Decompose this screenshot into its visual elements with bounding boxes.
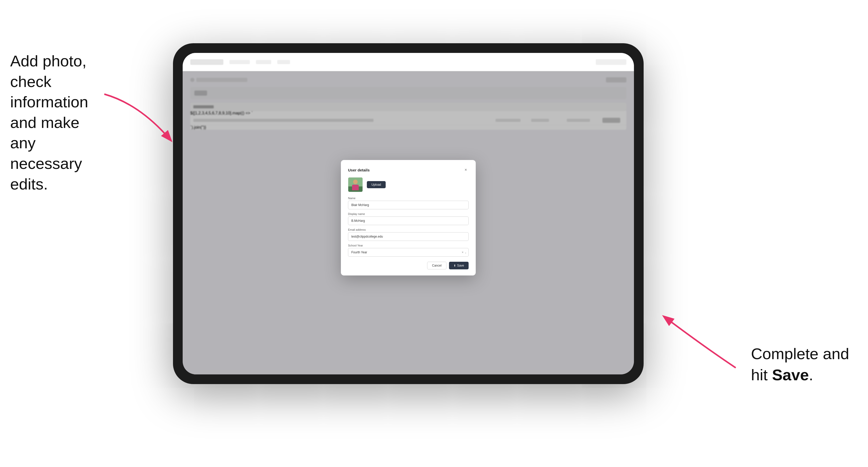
upload-button-label: Upload: [371, 183, 381, 186]
modal-title: User details: [348, 168, 370, 172]
select-clear-icon[interactable]: ×: [462, 251, 464, 254]
display-name-input[interactable]: [348, 216, 469, 225]
right-annotation-bold: Save: [772, 366, 809, 383]
school-year-select[interactable]: Fourth Year: [348, 248, 469, 257]
left-annotation: Add photo, check information and make an…: [10, 51, 99, 194]
modal-footer: Cancel ⬆ Save: [348, 262, 469, 269]
school-year-value: Fourth Year: [351, 251, 367, 254]
close-icon: ×: [465, 167, 467, 172]
save-button[interactable]: ⬆ Save: [449, 262, 469, 269]
display-name-field-group: Display name: [348, 212, 469, 225]
modal-header: User details ×: [348, 167, 469, 173]
email-input[interactable]: [348, 232, 469, 241]
nav-logo: [190, 59, 223, 65]
school-year-field-group: School Year Fourth Year × ⌄: [348, 244, 469, 257]
name-field-group: Name: [348, 197, 469, 209]
photo-section: Upload: [348, 177, 469, 192]
email-label: Email address: [348, 228, 469, 231]
right-annotation-text-2: .: [809, 366, 813, 383]
modal-close-button[interactable]: ×: [463, 167, 469, 173]
top-nav: [183, 53, 634, 71]
tablet-screen: ${[1,2,3,4,5,6,7,8,9,10].map(() => ` `).…: [183, 53, 634, 374]
right-annotation: Complete and hit Save.: [751, 343, 853, 385]
nav-right: [596, 59, 626, 65]
nav-item-1: [229, 60, 250, 64]
school-year-label: School Year: [348, 244, 469, 247]
save-button-label: Save: [457, 264, 464, 267]
select-icons: × ⌄: [462, 251, 467, 254]
cancel-button-label: Cancel: [432, 264, 441, 267]
display-name-label: Display name: [348, 212, 469, 215]
tablet-frame: ${[1,2,3,4,5,6,7,8,9,10].map(() => ` `).…: [173, 43, 644, 384]
upload-button[interactable]: Upload: [367, 181, 386, 188]
cancel-button[interactable]: Cancel: [427, 262, 446, 269]
modal-dialog: User details ×: [341, 160, 476, 276]
email-field-group: Email address: [348, 228, 469, 241]
name-label: Name: [348, 197, 469, 200]
nav-item-3: [277, 60, 290, 64]
avatar-preview: [348, 177, 363, 192]
nav-item-2: [256, 60, 271, 64]
scene: Add photo, check information and make an…: [0, 0, 868, 467]
name-input[interactable]: [348, 201, 469, 209]
save-icon: ⬆: [454, 264, 456, 267]
left-annotation-text: Add photo, check information and make an…: [10, 52, 88, 193]
school-year-select-wrapper: Fourth Year × ⌄: [348, 248, 469, 257]
modal-overlay: User details ×: [183, 71, 634, 374]
chevron-down-icon[interactable]: ⌄: [465, 251, 467, 254]
